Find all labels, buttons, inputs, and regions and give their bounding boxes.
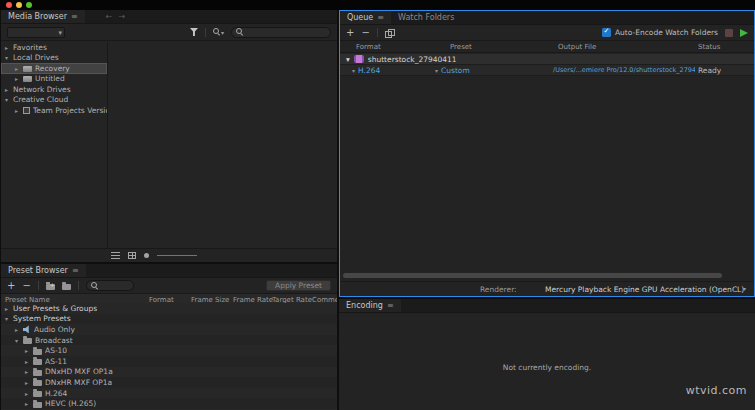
preset-tree-item-h-264[interactable]: H.264 [1,388,337,399]
tree-item-label: Team Projects Versions [33,106,107,115]
chevron-down-icon[interactable] [5,96,13,103]
stop-queue-button[interactable] [725,29,733,37]
chevron-down-icon[interactable] [346,55,350,64]
media-tree-item-creative-cloud[interactable]: Creative Cloud [1,95,107,106]
zoom-window-button[interactable] [26,2,32,8]
chevron-right-icon[interactable] [15,65,23,72]
list-view-icon[interactable] [111,252,120,259]
tab-queue[interactable]: Queue [340,11,391,24]
import-preset-button[interactable] [62,282,71,290]
media-browser-content-area [108,42,337,248]
video-clip-icon [354,55,364,63]
tab-encoding[interactable]: Encoding [339,299,401,312]
queue-source-row[interactable]: shutterstock_27940411 [340,54,754,65]
renderer-label: Renderer: [480,285,517,294]
remove-source-button[interactable] [361,28,369,38]
chevron-down-icon[interactable] [15,337,23,344]
delete-preset-button[interactable] [22,281,30,291]
media-tree-item-untitled[interactable]: Untitled [1,74,107,85]
panel-menu-icon[interactable] [72,266,79,275]
preset-tree-item-user-presets-groups[interactable]: User Presets & Groups [1,303,337,314]
create-group-button[interactable] [46,282,55,290]
zoom-slider-knob[interactable] [144,253,149,258]
horizontal-scrollbar[interactable] [343,273,726,279]
format-dropdown[interactable]: H.264 [352,66,434,75]
chevron-right-icon[interactable] [15,326,23,333]
start-queue-button[interactable] [740,29,748,37]
chevron-right-icon[interactable] [25,400,33,407]
preset-search-input[interactable] [86,280,134,291]
chevron-down-icon[interactable] [743,285,746,293]
chevron-right-icon[interactable] [5,86,13,93]
renderer-dropdown[interactable]: Mercury Playback Engine GPU Acceleration… [545,285,744,294]
tab-watch-folders[interactable]: Watch Folders [391,11,461,24]
create-preset-button[interactable] [7,281,15,291]
filter-funnel-icon[interactable] [190,28,198,36]
panel-menu-icon[interactable] [377,13,384,22]
media-tree-item-network-drives[interactable]: Network Drives [1,84,107,95]
drive-icon [23,66,32,72]
media-tree-item-recovery[interactable]: Recovery [1,63,107,74]
format-value: H.264 [358,66,380,75]
auto-encode-checkbox[interactable] [602,28,611,37]
chevron-right-icon[interactable] [25,379,33,386]
chevron-right-icon[interactable] [25,347,33,354]
preset-tree-item-dnxhr-mxf-op1a[interactable]: DNxHR MXF OP1a [1,377,337,388]
panel-menu-icon[interactable] [387,301,394,310]
media-browser-tree: FavoritesLocal DrivesRecoveryUntitledNet… [1,42,108,248]
chevron-right-icon[interactable] [15,75,23,82]
scrollbar-thumb[interactable] [343,273,722,278]
chevron-down-icon[interactable] [352,67,355,74]
media-tree-item-favorites[interactable]: Favorites [1,42,107,53]
zoom-slider-track[interactable] [157,255,197,256]
queue-output-row[interactable]: H.264Custom/Users/...emiere Pro/12.0/shu… [340,65,754,76]
close-window-button[interactable] [6,2,12,8]
folder-icon [23,338,32,344]
media-tree-item-team-projects-versions[interactable]: Team Projects Versions [1,105,107,116]
queue-tab-label: Queue [347,13,373,22]
chevron-right-icon[interactable] [25,368,33,375]
preset-tree-item-as-11[interactable]: AS-11 [1,356,337,367]
minimize-window-button[interactable] [16,2,22,8]
preset-tree-item-system-presets[interactable]: System Presets [1,314,337,325]
media-browser-toolbar [1,24,337,41]
duplicate-button[interactable] [385,29,393,37]
back-arrow-icon[interactable]: ← [103,10,116,23]
chevron-right-icon[interactable] [5,305,13,312]
tree-item-label: HEVC (H.265) [45,399,96,408]
directory-dropdown[interactable] [7,27,65,38]
forward-arrow-icon[interactable]: → [115,10,128,23]
chevron-down-icon[interactable] [5,315,13,322]
chevron-right-icon[interactable] [5,44,13,51]
media-search-input[interactable] [231,27,331,38]
preset-tree-item-as-10[interactable]: AS-10 [1,345,337,356]
preset-tree-item-dnxhd-mxf-op1a[interactable]: DNxHD MXF OP1a [1,367,337,378]
preset-tree-item-hevc-h-265[interactable]: HEVC (H.265) [1,398,337,409]
tree-item-label: Favorites [13,43,47,52]
tree-item-label: Recovery [35,64,70,73]
chevron-right-icon[interactable] [25,390,33,397]
apply-preset-button[interactable]: Apply Preset [266,280,331,291]
chevron-down-icon[interactable] [5,54,13,61]
preset-tree-item-broadcast[interactable]: Broadcast [1,335,337,346]
column-output-file: Output File [558,43,596,51]
auto-encode-toggle[interactable]: Auto-Encode Watch Folders [602,28,718,37]
thumbnail-view-icon[interactable] [128,252,136,259]
panel-menu-icon[interactable] [71,12,78,21]
tree-item-label: Local Drives [13,53,59,62]
file-type-filter-icon[interactable] [213,27,224,38]
chevron-right-icon[interactable] [25,358,33,365]
media-browser-body: FavoritesLocal DrivesRecoveryUntitledNet… [1,42,337,248]
add-source-button[interactable] [346,28,354,38]
preset-dropdown[interactable]: Custom [435,66,545,75]
chevron-down-icon[interactable] [435,67,438,74]
preset-tree-item-audio-only[interactable]: Audio Only [1,324,337,335]
output-file-path: /Users/...emiere Pro/12.0/shutterstock_2… [553,66,695,74]
tab-media-browser[interactable]: Media Browser [1,10,85,23]
queue-column-headers: Format Preset Output File Status [340,41,754,53]
tab-preset-browser[interactable]: Preset Browser [1,264,86,277]
media-tree-item-local-drives[interactable]: Local Drives [1,53,107,64]
chevron-right-icon[interactable] [15,107,23,114]
output-file-link[interactable]: /Users/...emiere Pro/12.0/shutterstock_2… [553,66,695,74]
speaker-icon [23,325,31,333]
